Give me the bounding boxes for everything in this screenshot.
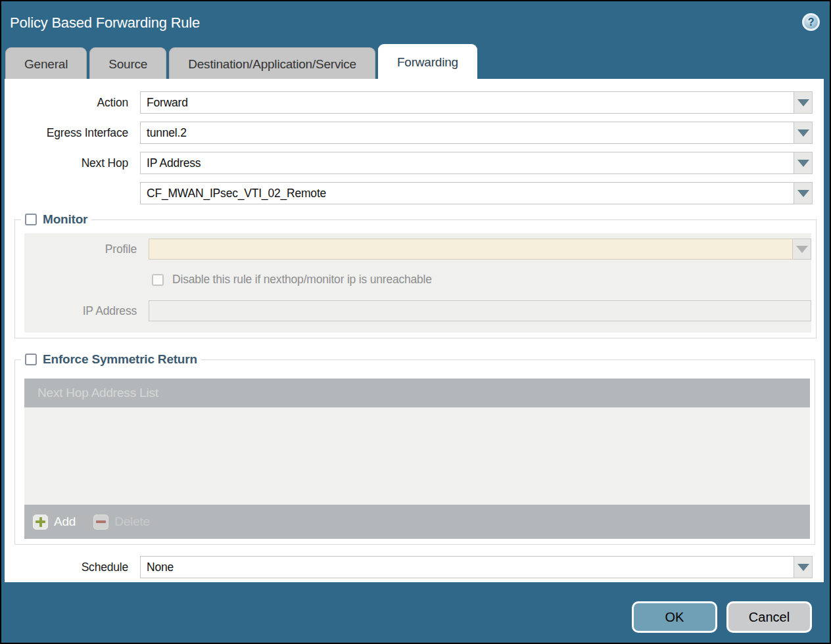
pbf-rule-dialog: Policy Based Forwarding Rule ? General S…	[1, 1, 830, 643]
enforce-symmetric-return-section: Enforce Symmetric Return Next Hop Addres…	[14, 352, 815, 545]
next-hop-address-dropdown-button[interactable]	[794, 182, 813, 204]
monitor-section: Monitor Profile Disable this rule if nex…	[14, 212, 817, 338]
schedule-dropdown-button[interactable]	[794, 556, 813, 578]
chevron-down-icon	[797, 190, 809, 197]
delete-button-label: Delete	[114, 515, 150, 529]
help-icon[interactable]: ?	[802, 13, 820, 31]
dialog-footer-buttons: OK Cancel	[632, 601, 812, 633]
tab-content-forwarding: Action Forward Egress Interface tunnel.2…	[5, 79, 824, 582]
egress-interface-label: Egress Interface	[5, 126, 134, 140]
schedule-row: Schedule None	[5, 556, 824, 578]
profile-row: Profile	[24, 239, 811, 260]
profile-select	[149, 239, 793, 260]
disable-rule-checkbox	[152, 274, 164, 286]
next-hop-type-select[interactable]: IP Address	[140, 152, 794, 174]
next-hop-address-list-toolbar: Add Delete	[24, 505, 810, 539]
next-hop-address-select[interactable]: CF_MWAN_IPsec_VTI_02_Remote	[140, 182, 794, 204]
plus-icon	[33, 515, 48, 530]
tab-bar: General Source Destination/Application/S…	[1, 45, 830, 80]
next-hop-address-list-body[interactable]	[24, 407, 810, 505]
disable-rule-label: Disable this rule if nexthop/monitor ip …	[172, 273, 432, 287]
schedule-label: Schedule	[5, 561, 134, 574]
egress-interface-select[interactable]: tunnel.2	[140, 122, 794, 144]
dialog-title: Policy Based Forwarding Rule	[10, 14, 200, 32]
schedule-select[interactable]: None	[140, 556, 794, 578]
profile-dropdown-button	[793, 239, 811, 260]
next-hop-dropdown-button[interactable]	[794, 152, 813, 174]
next-hop-address-list-header: Next Hop Address List	[24, 379, 810, 407]
enforce-symmetric-return-legend: Enforce Symmetric Return	[21, 352, 201, 367]
tab-source[interactable]: Source	[89, 47, 166, 80]
next-hop-row: Next Hop IP Address	[5, 152, 824, 174]
action-dropdown-button[interactable]	[794, 91, 813, 114]
chevron-down-icon	[797, 564, 809, 571]
tab-destination-application-service[interactable]: Destination/Application/Service	[169, 47, 375, 80]
ok-button[interactable]: OK	[632, 601, 717, 633]
monitor-legend-label: Monitor	[43, 212, 87, 227]
egress-interface-row: Egress Interface tunnel.2	[5, 122, 824, 144]
chevron-down-icon	[797, 160, 809, 167]
monitor-ip-address-input	[149, 300, 811, 321]
monitor-checkbox[interactable]	[25, 214, 37, 225]
tab-forwarding[interactable]: Forwarding	[378, 44, 477, 80]
monitor-panel: Profile Disable this rule if nexthop/mon…	[24, 233, 811, 333]
disable-rule-row: Disable this rule if nexthop/monitor ip …	[152, 273, 811, 287]
chevron-down-icon	[797, 129, 809, 137]
tab-general[interactable]: General	[5, 47, 87, 80]
next-hop-address-row: CF_MWAN_IPsec_VTI_02_Remote	[5, 182, 824, 204]
add-button[interactable]: Add	[33, 515, 76, 530]
monitor-legend: Monitor	[21, 212, 91, 227]
monitor-ip-address-label: IP Address	[24, 304, 143, 318]
minus-icon	[93, 515, 108, 530]
chevron-down-icon	[796, 246, 808, 253]
cancel-button[interactable]: Cancel	[726, 601, 812, 633]
enforce-symmetric-return-checkbox[interactable]	[25, 354, 37, 365]
action-row: Action Forward	[5, 91, 824, 114]
monitor-ip-address-row: IP Address	[24, 300, 811, 321]
profile-label: Profile	[24, 242, 143, 256]
delete-button: Delete	[93, 515, 150, 530]
dialog-titlebar: Policy Based Forwarding Rule ?	[1, 1, 830, 45]
next-hop-label: Next Hop	[5, 156, 134, 170]
action-select[interactable]: Forward	[140, 91, 794, 114]
action-label: Action	[5, 96, 134, 110]
egress-interface-dropdown-button[interactable]	[794, 122, 813, 144]
add-button-label: Add	[54, 515, 76, 529]
next-hop-address-list-table: Next Hop Address List Add Delete	[24, 379, 810, 539]
enforce-symmetric-return-legend-label: Enforce Symmetric Return	[43, 352, 197, 367]
chevron-down-icon	[797, 99, 809, 106]
